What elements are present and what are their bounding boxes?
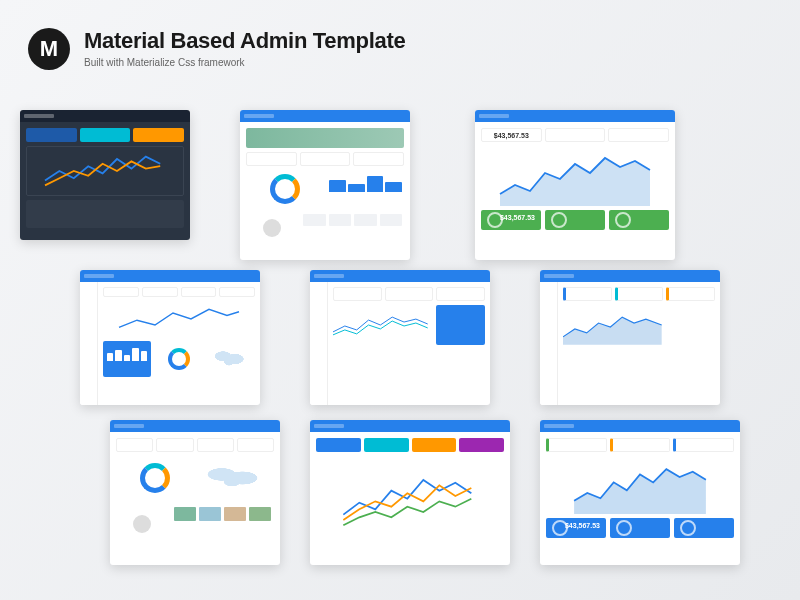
stat-row [316,438,504,452]
bar-sparkline [103,341,151,365]
main-content [328,282,490,405]
line-chart [103,301,255,337]
stat-row [26,128,184,142]
thumb-body [20,122,190,240]
bottom-row [26,200,184,228]
stat-card [385,287,434,301]
stat-card [459,438,504,452]
thumb-body: $43,567.53 [540,432,740,565]
donut-chart-icon [140,463,170,493]
thumbnail-stats-line[interactable] [310,270,490,405]
donut-chart-icon [270,174,300,204]
table-widget [26,200,184,228]
gallery-widget [301,212,404,244]
thumbnail-donut-map[interactable] [110,420,280,565]
bar-sparkline [327,170,404,194]
thumbnail-sidebar[interactable] [80,270,260,405]
thumb-body [110,432,280,565]
chart-row [563,305,715,349]
logo-badge: M [28,28,70,70]
blue-side-widget [436,305,485,345]
green-stat-bar [545,210,605,230]
thumb-body [80,282,260,405]
stat-row [116,438,274,452]
stat-row [333,287,485,301]
stat-card [333,287,382,301]
avatar-icon [263,219,281,237]
footer-row: $43,567.53 [481,210,669,230]
ring-icon [616,520,632,536]
stat-card [364,438,409,452]
thumbnail-area-big[interactable]: $43,567.53 $43,567.53 [475,110,675,260]
stat-row [546,438,734,452]
titlebar [310,270,490,282]
blue-stat-bar [674,518,734,538]
titlebar [310,420,510,432]
thumbnail-dark[interactable] [20,110,190,240]
ring-icon [680,520,696,536]
thumbnail-area-bluebars[interactable]: $43,567.53 [540,420,740,565]
bottom-row [563,353,715,383]
stat-card: $43,567.53 [481,128,542,142]
sidebar [310,282,328,405]
stat-card [116,438,153,452]
thumb-body [310,282,490,405]
green-stat-bar [609,210,669,230]
stat-row [563,287,715,301]
stat-card [300,152,351,166]
area-chart [481,146,669,206]
sidebar [540,282,558,405]
titlebar [240,110,410,122]
thumb-body [240,122,410,260]
template-gallery: $43,567.53 $43,567.53 [20,110,780,580]
page-subtitle: Built with Materialize Css framework [84,57,405,68]
profile-widget [116,504,167,544]
ring-icon [551,212,567,228]
titlebar [110,420,280,432]
donut-widget [155,341,203,377]
avatar-icon [133,515,151,533]
middle-row [246,170,404,208]
list-widget [411,349,485,385]
logo-letter: M [40,36,58,62]
chart-row [333,305,485,345]
footer-row: $43,567.53 [546,518,734,538]
thumb-body [310,432,510,565]
map-widget [197,456,274,500]
donut-widget [246,170,323,208]
bottom-row [116,504,274,544]
thumbnail-light-donut[interactable] [240,110,410,260]
table-widget [563,353,637,383]
list-widget [333,349,407,385]
titlebar [475,110,675,122]
thumbnail-colored-stats[interactable] [540,270,720,405]
legend-widget [666,305,715,349]
stat-card [615,287,664,301]
multi-line-chart [316,456,504,536]
stat-card [103,287,139,297]
stat-row [103,287,255,297]
titlebar [540,270,720,282]
stat-card [26,128,77,142]
donut-chart-icon [168,348,190,370]
stat-card [412,438,457,452]
stat-card [666,287,715,301]
stat-card [545,128,606,142]
thumb-body: $43,567.53 $43,567.53 [475,122,675,260]
thumbnail-multiline[interactable] [310,420,510,565]
main-content [98,282,260,405]
stat-row: $43,567.53 [481,128,669,142]
profile-widget [246,212,297,244]
footer-value: $43,567.53 [500,214,535,221]
titlebar [20,110,190,122]
stat-card [133,128,184,142]
hero-image [246,128,404,148]
progress-widget [327,170,404,208]
stat-card [608,128,669,142]
footer-value: $43,567.53 [565,522,600,529]
gallery-widget [171,504,274,544]
sidebar [80,282,98,405]
main-content [558,282,720,405]
blue-stat-bar: $43,567.53 [546,518,606,538]
titlebar [80,270,260,282]
